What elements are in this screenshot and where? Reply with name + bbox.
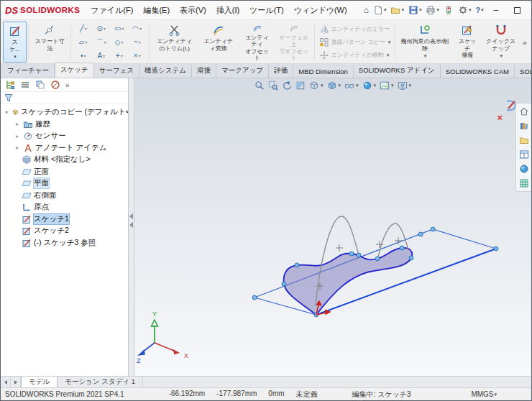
tree-item-sketch2[interactable]: スケッチ2 <box>1 225 128 237</box>
close-button[interactable]: × <box>528 1 532 19</box>
graphics-viewport[interactable]: Y X Z <box>134 78 531 376</box>
zoom-to-area-button[interactable] <box>268 80 278 91</box>
tree-item-history[interactable]: ▸ 履歴 <box>1 119 128 131</box>
unit-system-selector[interactable]: MMGS <box>471 390 497 398</box>
tree-item-sketch3[interactable]: (-) スケッチ3 参照 <box>1 237 128 249</box>
rebuild-button[interactable] <box>442 4 455 17</box>
filter-funnel-icon[interactable] <box>4 93 14 103</box>
edit-appearance-button[interactable] <box>362 80 377 91</box>
tab-solidworks-cam[interactable]: SOLIDWORKS CAM <box>441 65 515 78</box>
tab-markup[interactable]: マークアップ <box>216 64 269 78</box>
sketch-spline-region[interactable] <box>284 248 413 315</box>
polygon-tool-button[interactable]: ◇ <box>110 35 128 49</box>
solidworks-resources-icon[interactable] <box>519 106 529 116</box>
offset-entities-button[interactable]: エンティティオフセット <box>239 22 275 63</box>
repair-sketch-button[interactable]: スケッチ修復 <box>453 22 482 63</box>
home-button[interactable]: ⌂ <box>362 4 370 16</box>
tree-item-origin[interactable]: 原点 <box>1 201 128 213</box>
tree-item-sensors[interactable]: ▸ センサー <box>1 130 128 142</box>
tree-item-annotations[interactable]: ▸ アノテート アイテム <box>1 142 128 155</box>
dimxpertmanager-icon[interactable] <box>50 80 60 90</box>
section-view-button[interactable] <box>295 80 306 91</box>
previous-sheet-button[interactable] <box>1 377 11 387</box>
linear-pattern-button[interactable]: 直線パターン コピー <box>319 36 391 48</box>
menu-insert[interactable]: 挿入(I) <box>211 2 244 19</box>
new-document-button[interactable] <box>372 4 388 17</box>
view-settings-button[interactable] <box>398 80 412 91</box>
previous-view-button[interactable] <box>282 80 292 91</box>
apply-scene-button[interactable] <box>380 80 394 91</box>
spline-tool-button[interactable]: ~ <box>128 35 146 49</box>
collapse-arrow-icon[interactable]: ▾ <box>3 109 10 116</box>
arc-tool-button[interactable]: ◠ <box>128 22 146 35</box>
propertymanager-icon[interactable] <box>20 80 30 90</box>
tab-evaluate[interactable]: 評価 <box>269 64 293 78</box>
menu-file[interactable]: ファイル(F) <box>86 2 138 19</box>
print-button[interactable] <box>424 4 441 17</box>
tree-item-front-plane[interactable]: 正面 <box>1 166 128 178</box>
tree-item-material[interactable]: 材料 <指定なし> <box>1 154 128 166</box>
offset-on-surface-button[interactable]: サーフェス上でオフセット <box>275 22 313 63</box>
quick-snaps-button[interactable]: クイックスナップ <box>482 22 520 63</box>
convert-entities-button[interactable]: エンティティ変換 <box>198 22 239 63</box>
menu-tools[interactable]: ツール(T) <box>244 2 289 19</box>
splitter-grip[interactable] <box>129 213 133 232</box>
line-tool-button[interactable]: ╱ <box>74 22 92 35</box>
tab-solidworks-addins[interactable]: SOLIDWORKS アドイン <box>354 64 441 78</box>
mirror-entities-button[interactable]: エンティティのミラー <box>319 23 391 35</box>
appearances-scenes-icon[interactable] <box>519 164 529 174</box>
parallelogram-tool-button[interactable]: ▱ <box>74 35 92 49</box>
tab-structure-system[interactable]: 構造システム <box>139 64 192 78</box>
sketch-tool-button[interactable]: スケ... <box>3 22 27 63</box>
custom-properties-icon[interactable] <box>519 178 529 188</box>
ribbon-overflow-button[interactable]: » <box>520 22 530 63</box>
next-sheet-button[interactable] <box>11 377 21 387</box>
tab-solidworks-cam-tbm[interactable]: SOLIDWORKS CAM TBM <box>515 65 532 78</box>
chamfer-tool-button[interactable]: × <box>128 49 146 63</box>
menu-edit[interactable]: 編集(E) <box>138 2 175 19</box>
tree-item-part[interactable]: ▾ スケッチのコピー (デフォルト<<デフォルト>_表 <box>1 106 128 119</box>
tree-item-top-plane[interactable]: 平面 <box>1 178 128 190</box>
expand-arrow-icon[interactable]: ▸ <box>14 133 21 139</box>
hide-show-items-button[interactable] <box>344 80 359 91</box>
configurationmanager-icon[interactable] <box>35 80 45 90</box>
zoom-to-fit-button[interactable] <box>254 80 265 91</box>
trim-entities-button[interactable]: エンティティのトリム(L) <box>151 22 198 63</box>
smart-dimension-button[interactable]: スマート寸法 <box>30 22 69 63</box>
view-palette-icon[interactable] <box>519 149 529 160</box>
three-point-arc-tool-button[interactable]: ⌒ <box>92 35 110 49</box>
display-relations-button[interactable]: 幾何拘束の表示/削除 <box>397 22 453 63</box>
point-tool-button[interactable]: • <box>74 49 92 63</box>
tree-item-right-plane[interactable]: 右側面 <box>1 190 128 202</box>
tab-features[interactable]: フィーチャー <box>2 64 55 78</box>
expand-arrow-icon[interactable]: ▸ <box>14 121 21 127</box>
cancel-sketch-button[interactable]: × <box>497 113 503 122</box>
model-tab[interactable]: モデル <box>21 377 58 387</box>
manager-tabs-overflow[interactable]: » <box>65 81 70 89</box>
fillet-tool-button[interactable]: + <box>110 49 128 63</box>
view-orientation-button[interactable] <box>309 80 324 91</box>
tab-mbd-dimension[interactable]: MBD Dimension <box>293 65 354 78</box>
tab-sketch[interactable]: スケッチ <box>55 63 94 78</box>
expand-arrow-icon[interactable]: ▸ <box>14 144 21 151</box>
panel-splitter[interactable] <box>129 78 134 376</box>
maximize-button[interactable] <box>507 1 528 19</box>
motion-study-tab[interactable]: モーション スタディ 1 <box>58 377 143 387</box>
file-explorer-icon[interactable] <box>519 135 529 145</box>
move-entities-button[interactable]: エンティティの移動 <box>319 49 391 61</box>
save-button[interactable] <box>407 4 423 17</box>
tab-surfaces[interactable]: サーフェス <box>94 64 139 78</box>
open-button[interactable] <box>389 4 405 17</box>
menu-window[interactable]: ウィンドウ(W) <box>289 2 352 19</box>
display-style-button[interactable] <box>326 80 341 91</box>
design-library-icon[interactable] <box>519 121 529 131</box>
featuremanager-tree-icon[interactable] <box>5 80 15 90</box>
minimize-button[interactable]: – <box>485 1 507 19</box>
tab-weldments[interactable]: 溶接 <box>192 64 216 78</box>
options-button[interactable] <box>457 4 473 17</box>
circle-tool-button[interactable]: ⊙ <box>92 22 110 35</box>
text-tool-button[interactable]: A <box>92 49 110 63</box>
rectangle-tool-button[interactable]: ▭ <box>110 22 128 35</box>
help-button[interactable]: ? <box>474 5 485 16</box>
tree-item-sketch1[interactable]: スケッチ1 <box>1 213 128 226</box>
